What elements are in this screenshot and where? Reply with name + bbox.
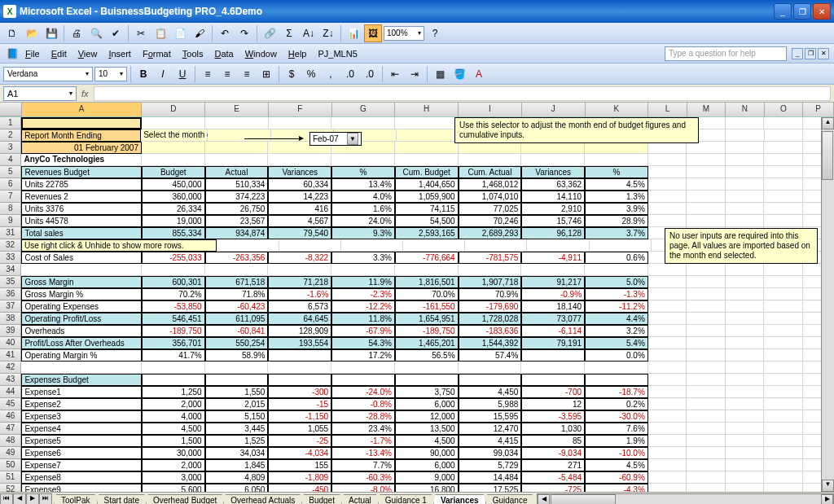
cut-icon[interactable]: ✂ <box>132 24 150 42</box>
cell[interactable] <box>726 215 765 227</box>
month-end-dropdown[interactable]: Feb-07 ▼ <box>309 132 362 146</box>
cell[interactable] <box>648 484 687 492</box>
cell[interactable]: 2,689,293 <box>459 227 522 239</box>
cell[interactable]: 1,500 <box>142 435 205 447</box>
cell[interactable]: 4,500 <box>142 423 205 435</box>
cell[interactable]: 4,450 <box>459 386 522 398</box>
cell[interactable]: 19,000 <box>142 215 205 227</box>
cell[interactable]: -60,423 <box>205 300 269 313</box>
cell[interactable]: Expense1 <box>21 386 141 398</box>
cell[interactable] <box>687 288 726 300</box>
row-header[interactable]: 49 <box>0 447 21 459</box>
cell[interactable]: Expense2 <box>21 398 141 410</box>
cell[interactable] <box>687 203 726 215</box>
cell[interactable]: 600,301 <box>142 276 205 288</box>
cell[interactable] <box>687 349 726 362</box>
row-header[interactable]: 3 <box>0 142 21 154</box>
menu-pjmln5[interactable]: PJ_MLN5 <box>312 46 362 61</box>
row-header[interactable]: 41 <box>0 349 21 362</box>
cell[interactable]: 70.2% <box>142 288 205 300</box>
col-header-M[interactable]: M <box>687 103 726 116</box>
cell[interactable]: 3.3% <box>331 252 395 264</box>
cell[interactable] <box>648 362 687 374</box>
cell[interactable]: 0.2% <box>585 398 648 410</box>
cell[interactable]: 2,015 <box>205 398 269 410</box>
col-header-I[interactable]: I <box>459 103 522 116</box>
cell[interactable]: Variances <box>268 166 331 178</box>
merge-center-icon[interactable]: ⊞ <box>257 65 275 83</box>
minimize-button[interactable]: _ <box>774 3 792 20</box>
cell[interactable]: 855,334 <box>142 227 205 239</box>
cell[interactable]: 510,334 <box>205 178 269 191</box>
cell[interactable]: 1,728,028 <box>459 313 522 325</box>
spreadsheet-grid[interactable]: A D E F G H I J K L M N O P 12Report Mon… <box>0 103 834 492</box>
cell[interactable]: 1,845 <box>205 459 269 471</box>
cell[interactable]: 2,593,165 <box>395 227 459 239</box>
cell[interactable]: 15,746 <box>521 215 585 227</box>
cell[interactable] <box>521 154 585 166</box>
cell[interactable]: -15 <box>268 398 331 410</box>
row-header[interactable]: 2 <box>0 129 21 142</box>
copy-icon[interactable]: 📋 <box>151 24 169 42</box>
cell[interactable] <box>648 374 687 386</box>
cell[interactable]: 550,254 <box>205 337 269 349</box>
cell[interactable] <box>459 362 522 374</box>
chart-icon[interactable]: 📊 <box>345 24 362 42</box>
cell[interactable] <box>726 349 765 362</box>
cell[interactable]: -3,595 <box>521 410 585 423</box>
cell[interactable]: 57.4% <box>459 349 522 362</box>
cell[interactable]: -11.2% <box>585 300 648 313</box>
cell[interactable]: -4.3% <box>585 484 648 492</box>
cell[interactable]: Cum. Budget <box>395 166 459 178</box>
cell[interactable]: 4,809 <box>205 471 269 484</box>
cell[interactable]: -1,150 <box>268 410 331 423</box>
font-size-dropdown[interactable]: 10 <box>94 67 127 81</box>
cell[interactable]: 85 <box>521 435 585 447</box>
cell[interactable]: 5.4% <box>585 337 648 349</box>
formula-bar[interactable] <box>94 86 831 101</box>
cell[interactable]: 54.3% <box>331 337 395 349</box>
currency-icon[interactable]: $ <box>283 65 301 83</box>
format-painter-icon[interactable]: 🖌 <box>191 24 208 42</box>
cell[interactable] <box>465 239 527 252</box>
cell[interactable] <box>142 362 205 374</box>
row-header[interactable]: 9 <box>0 215 21 227</box>
cell[interactable]: Expense6 <box>21 447 141 459</box>
cell[interactable]: Expense9 <box>21 484 141 492</box>
cell[interactable] <box>521 362 585 374</box>
row-header[interactable]: 39 <box>0 325 21 337</box>
cell[interactable] <box>764 288 803 300</box>
cell[interactable]: 4,415 <box>459 435 522 447</box>
cell[interactable]: 60,334 <box>268 178 331 191</box>
cell[interactable]: -161,550 <box>395 300 459 313</box>
cell[interactable]: 4,000 <box>142 410 205 423</box>
cell[interactable]: -6,114 <box>521 325 585 337</box>
col-header-A[interactable]: A <box>22 103 143 116</box>
font-color-icon[interactable]: A <box>470 65 488 83</box>
cell[interactable]: -179,690 <box>459 300 522 313</box>
cell[interactable] <box>268 349 331 362</box>
cell[interactable]: 6,050 <box>205 484 269 492</box>
menu-view[interactable]: View <box>72 46 103 61</box>
sheet-tab[interactable]: Guidance 1 <box>378 494 434 505</box>
cell[interactable]: -2.3% <box>331 288 395 300</box>
borders-icon[interactable]: ▦ <box>431 65 449 83</box>
cell[interactable] <box>687 325 726 337</box>
cell[interactable]: Expense7 <box>21 459 141 471</box>
cell[interactable] <box>687 300 726 313</box>
cell[interactable] <box>726 117 765 129</box>
underline-button[interactable]: U <box>173 65 191 83</box>
cell[interactable]: 4,567 <box>268 215 331 227</box>
cell[interactable] <box>764 447 803 459</box>
row-header[interactable]: 32 <box>0 239 21 252</box>
cell[interactable]: Units 22785 <box>21 178 141 191</box>
cell[interactable] <box>687 410 726 423</box>
cell[interactable] <box>648 166 687 178</box>
doc-minimize-button[interactable]: _ <box>792 48 803 59</box>
row-header[interactable]: 34 <box>0 264 21 276</box>
cell[interactable]: 79,191 <box>521 337 585 349</box>
cell[interactable]: 01 February 2007 <box>21 142 142 154</box>
cell[interactable] <box>764 459 803 471</box>
row-header[interactable]: 50 <box>0 459 21 471</box>
cell[interactable]: 6,000 <box>395 398 459 410</box>
